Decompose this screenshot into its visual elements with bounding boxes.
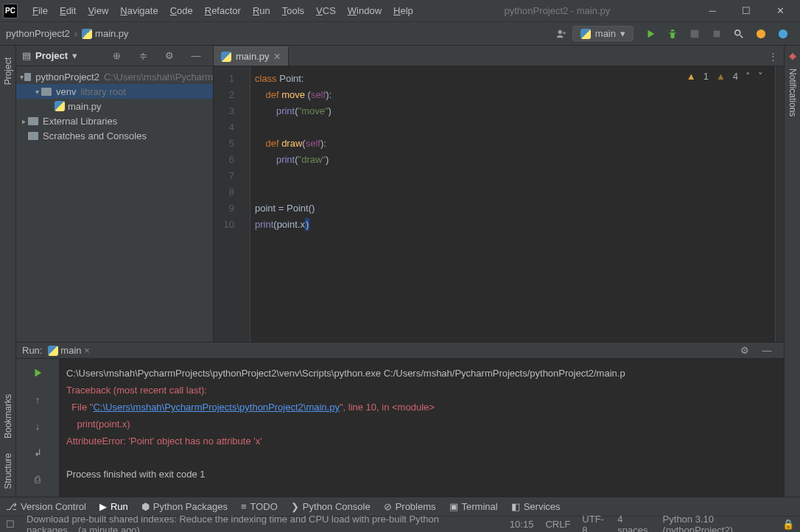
tree-venv[interactable]: ▾venvlibrary root xyxy=(16,84,213,99)
chevron-down-icon[interactable]: ▾ xyxy=(72,50,77,61)
project-view-icon: ▤ xyxy=(22,50,31,61)
tree-main-py[interactable]: main.py xyxy=(16,99,213,113)
tree-external-libraries[interactable]: ▸External Libraries xyxy=(16,113,213,128)
gear-icon[interactable]: ⚙ xyxy=(160,46,179,66)
package-icon: ⬢ xyxy=(141,501,150,512)
add-user-icon[interactable] xyxy=(552,24,571,43)
debug-button[interactable] xyxy=(663,24,682,43)
pycharm-logo-icon: PC xyxy=(3,4,18,18)
hide-icon[interactable]: — xyxy=(186,46,206,66)
coverage-button[interactable] xyxy=(685,24,704,43)
editor-menu-icon[interactable]: ⋮ xyxy=(763,46,782,66)
expand-all-icon[interactable]: ≑ xyxy=(133,46,152,66)
menu-tools[interactable]: Tools xyxy=(276,5,310,16)
chevron-up-icon[interactable]: ˄ xyxy=(745,71,751,82)
warning-count: 1 xyxy=(703,71,709,82)
interpreter-widget[interactable]: Python 3.10 (pythonProject2) xyxy=(663,514,771,533)
side-tab-notifications[interactable]: Notifications xyxy=(786,61,799,124)
run-tab-name[interactable]: main xyxy=(60,345,81,356)
tool-python-console[interactable]: ❯Python Console xyxy=(291,501,371,512)
side-tab-bookmarks[interactable]: Bookmarks xyxy=(1,387,15,446)
notifications-indicator-icon[interactable]: ◆ xyxy=(789,50,796,61)
breadcrumb-project[interactable]: pythonProject2 xyxy=(6,28,70,39)
avatar-button[interactable] xyxy=(773,24,793,43)
run-tool-window: Run: main × ⚙ — ↑ ↓ ↲ ⎙ 🗑 C:\Users\mshah… xyxy=(16,342,784,497)
tool-services[interactable]: ◧Services xyxy=(511,501,561,512)
close-button[interactable]: ✕ xyxy=(763,0,797,22)
locate-file-icon[interactable]: ⊕ xyxy=(107,46,126,66)
menu-help[interactable]: Help xyxy=(387,5,419,16)
tool-terminal[interactable]: ▣Terminal xyxy=(449,501,498,512)
lock-icon[interactable]: 🔒 xyxy=(782,519,794,530)
side-tab-project[interactable]: Project xyxy=(1,50,15,92)
weak-warning-count: 4 xyxy=(733,71,738,82)
file-link[interactable]: C:\Users\mshah\PycharmProjects\pythonPro… xyxy=(93,402,340,413)
traceback-head: Traceback (most recent call last): xyxy=(66,385,207,396)
code-area[interactable]: class Point: def move (self): print("mov… xyxy=(250,66,775,342)
right-tool-strip: ◆ Notifications xyxy=(784,46,800,497)
status-bar: ☐ Download pre-built shared indexes: Red… xyxy=(0,516,800,532)
side-tab-structure[interactable]: Structure xyxy=(1,446,15,497)
chevron-right-icon: › xyxy=(74,28,77,39)
print-button[interactable]: ⎙ xyxy=(28,469,47,489)
soft-wrap-button[interactable]: ↲ xyxy=(28,443,47,462)
tool-python-packages[interactable]: ⬢Python Packages xyxy=(141,501,228,512)
status-hint[interactable]: Download pre-built shared indexes: Reduc… xyxy=(27,514,486,533)
run-config-name: main xyxy=(595,28,616,39)
tool-run[interactable]: ▶Run xyxy=(99,501,128,512)
python-file-icon xyxy=(82,29,92,39)
minimize-button[interactable]: ─ xyxy=(695,0,729,22)
problems-icon: ⊘ xyxy=(384,501,392,512)
tool-todo[interactable]: ≡TODO xyxy=(241,501,278,512)
svg-rect-0 xyxy=(714,30,720,37)
inspections-widget[interactable]: ▲1 ▲4 ˄ ˅ xyxy=(687,71,763,82)
rerun-button[interactable] xyxy=(28,363,47,382)
line-gutter: 12345678910 xyxy=(214,66,240,342)
tree-scratches-and-consoles[interactable]: Scratches and Consoles xyxy=(16,128,213,143)
hide-run-icon[interactable]: — xyxy=(757,341,776,360)
python-file-icon xyxy=(221,52,231,62)
run-button[interactable] xyxy=(641,24,660,43)
status-icon[interactable]: ☐ xyxy=(6,519,15,530)
stop-run-button[interactable]: ↑ xyxy=(28,390,47,409)
menu-navigate[interactable]: Navigate xyxy=(114,5,164,16)
menu-window[interactable]: Window xyxy=(342,5,387,16)
file-encoding[interactable]: UTF-8 xyxy=(582,514,606,533)
stop-button[interactable] xyxy=(707,24,726,43)
tool-problems[interactable]: ⊘Problems xyxy=(384,501,436,512)
trash-button[interactable]: 🗑 xyxy=(28,496,47,497)
project-tree[interactable]: ▾pythonProject2C:\Users\mshah\Pycharm▾ve… xyxy=(16,66,213,146)
down-button[interactable]: ↓ xyxy=(28,416,47,435)
workspace: Project Bookmarks Structure ▤ Project ▾ … xyxy=(0,46,800,497)
tab-main-py[interactable]: main.py × xyxy=(214,46,289,66)
menu-file[interactable]: File xyxy=(27,5,54,16)
indent-widget[interactable]: 4 spaces xyxy=(617,514,650,533)
run-output[interactable]: C:\Users\mshah\PycharmProjects\pythonPro… xyxy=(59,359,784,497)
line-separator[interactable]: CRLF xyxy=(545,519,570,530)
cursor-position[interactable]: 10:15 xyxy=(510,519,534,530)
tool-version-control[interactable]: ⎇Version Control xyxy=(6,501,86,512)
left-tool-strip: Project Bookmarks Structure xyxy=(0,46,16,497)
menu-view[interactable]: View xyxy=(82,5,114,16)
editor-body[interactable]: 12345678910 class Point: def move (self)… xyxy=(214,66,784,342)
run-settings-icon[interactable]: ⚙ xyxy=(735,341,754,360)
chevron-down-icon[interactable]: ˅ xyxy=(758,71,763,82)
tree-pythonproject2[interactable]: ▾pythonProject2C:\Users\mshah\Pycharm xyxy=(16,69,213,84)
menu-code[interactable]: Code xyxy=(164,5,199,16)
search-everywhere-button[interactable] xyxy=(729,24,748,43)
nav-bar: pythonProject2 › main.py main ▾ xyxy=(0,22,800,46)
menu-edit[interactable]: Edit xyxy=(54,5,82,16)
run-toolbar: ↑ ↓ ↲ ⎙ 🗑 xyxy=(16,359,59,497)
close-tab-icon[interactable]: × xyxy=(274,51,281,63)
branch-icon: ⎇ xyxy=(6,501,17,512)
menu-vcs[interactable]: VCS xyxy=(310,5,342,16)
menu-run[interactable]: Run xyxy=(247,5,276,16)
ide-update-button[interactable] xyxy=(751,24,771,43)
svg-point-2 xyxy=(757,29,765,38)
menu-refactor[interactable]: Refactor xyxy=(199,5,247,16)
maximize-button[interactable]: ☐ xyxy=(729,0,763,22)
run-config-selector[interactable]: main ▾ xyxy=(572,26,634,41)
close-run-tab-icon[interactable]: × xyxy=(84,345,90,356)
warning-icon: ▲ xyxy=(687,71,696,82)
breadcrumb-file[interactable]: main.py xyxy=(95,28,129,39)
